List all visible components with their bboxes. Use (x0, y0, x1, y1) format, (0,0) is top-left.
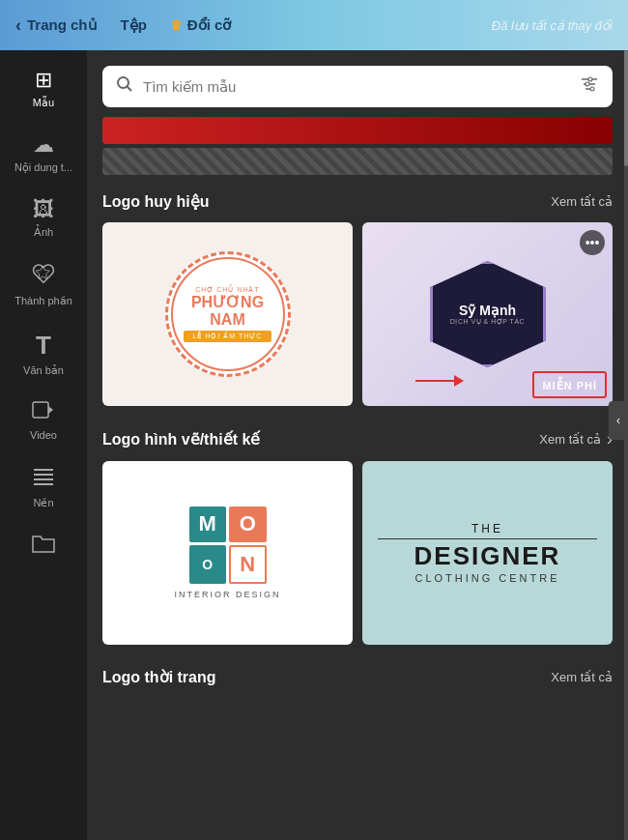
sidebar-label-noi-dung: Nội dung t... (14, 161, 72, 174)
main-layout: ⊞ Mẫu ☁ Nội dung t... 🖼 Ảnh Thành phần T… (0, 50, 628, 840)
section-logo-huy-hieu: Logo huy hiệu Xem tất cả Chợ Chủ Nhật PH… (102, 192, 613, 406)
text-icon: T (36, 331, 51, 361)
image-icon: 🖼 (33, 197, 54, 222)
section-link-thoi-trang[interactable]: Xem tất cả (551, 670, 613, 684)
card-sy-manh[interactable]: Sỹ Mạnh DỊCH VỤ & HỢP TÁC ••• MIỄN PHÍ (362, 222, 613, 406)
card-moon[interactable]: M O O N INTERIOR DESIGN (102, 461, 353, 645)
scroll-thumb[interactable] (624, 50, 628, 166)
background-icon (32, 464, 55, 493)
svg-rect-1 (33, 402, 48, 418)
section-title-hinh-ve: Logo hình vẽ/thiết kế (102, 430, 260, 449)
sidebar-item-folder[interactable] (5, 523, 82, 569)
designer-main: DESIGNER (414, 543, 561, 568)
tep-button[interactable]: Tệp (121, 16, 147, 34)
collapse-button[interactable]: ‹ (609, 401, 628, 440)
grid-icon: ⊞ (35, 68, 52, 93)
scroll-strip (624, 50, 628, 840)
card-phuong-nam[interactable]: Chợ Chủ Nhật PHƯƠNG NAM LỄ HỘI ẨM THỰC (102, 222, 353, 406)
filter-icon[interactable] (580, 75, 599, 98)
svg-point-12 (588, 77, 592, 81)
sidebar-item-anh[interactable]: 🖼 Ảnh (5, 188, 82, 248)
content-area[interactable]: Logo huy hiệu Xem tất cả Chợ Chủ Nhật PH… (87, 50, 628, 840)
sidebar-label-video: Video (30, 429, 57, 441)
search-input[interactable] (143, 78, 570, 95)
section-logo-thoi-trang: Logo thời trang Xem tất cả (102, 668, 613, 686)
svg-point-13 (585, 82, 589, 86)
badge-outer: Chợ Chủ Nhật PHƯƠNG NAM LỄ HỘI ẨM THỰC (165, 251, 291, 377)
moon-cell-m: M (189, 507, 227, 542)
sidebar-item-video[interactable]: Video (5, 391, 82, 450)
back-chevron-icon: ‹ (15, 15, 21, 36)
sidebar-label-thanh-phan: Thành phần (14, 295, 72, 307)
badge-title: PHƯƠNG NAM (173, 294, 283, 328)
arrow-indicator (415, 375, 464, 387)
top-bar: ‹ Trang chủ Tệp ♛ Đổi cỡ Đã lưu tất cả t… (0, 0, 628, 50)
sidebar-label-nen: Nền (33, 497, 53, 509)
hex-subtitle: DỊCH VỤ & HỢP TÁC (450, 318, 525, 326)
mien-phi-badge: MIỄN PHÍ (542, 380, 597, 391)
back-button[interactable]: ‹ Trang chủ (15, 15, 98, 36)
sidebar-label-van-ban: Văn bản (23, 364, 64, 377)
three-dots-button[interactable]: ••• (580, 230, 605, 255)
section-logo-hinh-ve: Logo hình vẽ/thiết kế Xem tất cả › M O O… (102, 429, 613, 645)
save-status: Đã lưu tất cả thay đổi (492, 18, 613, 33)
section-link-hinh-ve[interactable]: Xem tất cả (539, 432, 601, 447)
section-link-huy-hieu[interactable]: Xem tất cả (551, 194, 613, 209)
moon-cell-o: O (229, 507, 267, 542)
doi-co-label: Đổi cỡ (187, 16, 232, 34)
moon-cell-o2: O (189, 545, 227, 585)
card-designer[interactable]: THE DESIGNER CLOTHING CENTRE (362, 461, 613, 645)
sidebar-item-mau[interactable]: ⊞ Mẫu (5, 58, 82, 119)
sidebar: ⊞ Mẫu ☁ Nội dung t... 🖼 Ảnh Thành phần T… (0, 50, 87, 840)
badge-inner: Chợ Chủ Nhật PHƯƠNG NAM LỄ HỘI ẨM THỰC (171, 257, 285, 371)
moon-tagline: INTERIOR DESIGN (174, 590, 280, 599)
sidebar-item-nen[interactable]: Nền (5, 454, 82, 519)
sidebar-label-anh: Ảnh (34, 226, 53, 239)
mien-phi-red-box: MIỄN PHÍ (532, 371, 607, 398)
components-icon (32, 262, 55, 291)
search-bar (102, 66, 613, 107)
template-grid-huy-hieu: Chợ Chủ Nhật PHƯƠNG NAM LỄ HỘI ẨM THỰC S… (102, 222, 613, 406)
section-header-thoi-trang: Logo thời trang Xem tất cả (102, 668, 613, 686)
svg-marker-2 (48, 406, 53, 414)
video-icon (32, 400, 55, 425)
sidebar-label-mau: Mẫu (33, 97, 54, 109)
upload-icon: ☁ (33, 132, 54, 158)
moon-cell-n: N (229, 545, 267, 585)
search-icon (116, 75, 133, 98)
svg-point-14 (590, 87, 594, 91)
template-grid-hinh-ve: M O O N INTERIOR DESIGN THE DESIGNER CLO… (102, 461, 613, 645)
section-header-hinh-ve: Logo hình vẽ/thiết kế Xem tất cả › (102, 429, 613, 449)
folder-icon (31, 533, 56, 560)
badge-subtitle: Chợ Chủ Nhật (195, 286, 260, 294)
crown-icon: ♛ (170, 17, 183, 33)
designer-the: THE (378, 522, 597, 539)
svg-line-8 (128, 87, 132, 92)
badge-banner: LỄ HỘI ẨM THỰC (184, 331, 272, 342)
doi-co-button[interactable]: ♛ Đổi cỡ (170, 16, 232, 34)
sidebar-item-van-ban[interactable]: T Văn bản (5, 321, 82, 387)
designer-sub: CLOTHING CENTRE (414, 572, 559, 584)
svg-point-7 (118, 77, 128, 88)
moon-logo-grid: M O O N (189, 507, 267, 584)
sidebar-item-thanh-phan[interactable]: Thành phần (5, 252, 82, 317)
preview-bar (102, 117, 613, 144)
section-header-huy-hieu: Logo huy hiệu Xem tất cả (102, 192, 613, 211)
section-title-thoi-trang: Logo thời trang (102, 668, 216, 686)
section-title-huy-hieu: Logo huy hiệu (102, 192, 209, 211)
back-label: Trang chủ (27, 16, 98, 34)
sidebar-item-noi-dung[interactable]: ☁ Nội dung t... (5, 123, 82, 184)
hex-shape: Sỹ Mạnh DỊCH VỤ & HỢP TÁC (430, 261, 546, 367)
pattern-bar (102, 148, 613, 175)
hex-title: Sỹ Mạnh (459, 303, 516, 318)
